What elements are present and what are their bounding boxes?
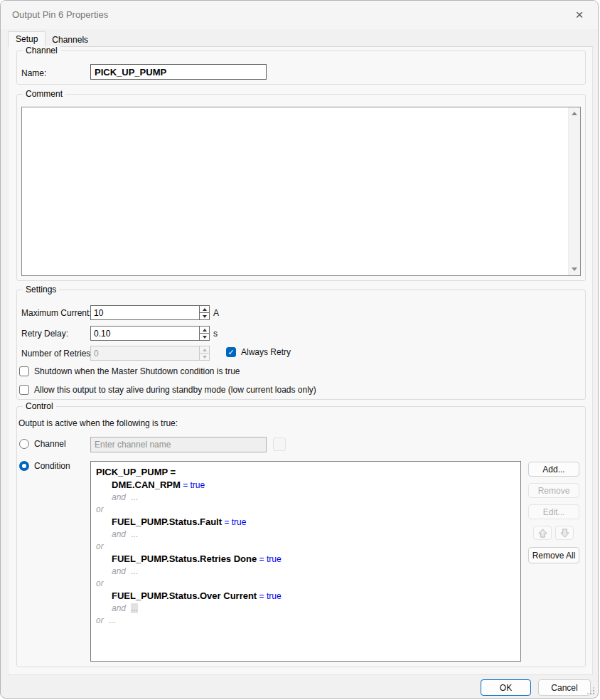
channel-radio-label: Channel [34, 439, 66, 449]
checkbox-icon [19, 385, 29, 395]
channel-name-input[interactable] [90, 64, 267, 80]
condition-row[interactable]: or [91, 541, 520, 553]
scroll-down-icon[interactable] [569, 263, 580, 275]
spin-up-icon[interactable] [200, 327, 209, 334]
condition-row[interactable]: and... [91, 492, 520, 504]
comment-textarea[interactable] [21, 107, 581, 276]
move-up-button[interactable] [533, 526, 552, 540]
settings-group: Settings Maximum Current:ARetry Delay:sN… [16, 290, 586, 400]
tab-setup[interactable]: Setup [8, 31, 45, 47]
condition-list[interactable]: PICK_UP_PUMP =DME.CAN_RPM = trueand...or… [90, 461, 521, 662]
close-button[interactable]: × [569, 5, 589, 23]
remove-button[interactable]: Remove [528, 483, 579, 498]
comment-group-label: Comment [23, 89, 65, 99]
settings-row: Number of Retries: [21, 346, 581, 361]
up-arrow-icon [537, 528, 548, 539]
control-group-label: Control [23, 401, 56, 411]
checkbox-label: Shutdown when the Master Shutdown condit… [34, 366, 240, 376]
radio-icon [19, 439, 29, 449]
condition-row[interactable]: and... [91, 603, 520, 615]
condition-row[interactable]: or [91, 578, 520, 590]
numeric-stepper[interactable] [90, 305, 210, 320]
condition-row[interactable]: PICK_UP_PUMP = [91, 466, 520, 479]
spin-down-icon[interactable] [200, 334, 209, 340]
condition-row[interactable]: and... [91, 529, 520, 541]
spin-down-icon[interactable] [200, 354, 209, 360]
numeric-input[interactable] [91, 346, 199, 360]
checkbox-icon [19, 366, 29, 376]
window-title: Output Pin 6 Properties [12, 9, 108, 20]
condition-row[interactable]: DME.CAN_RPM = true [91, 479, 520, 492]
channel-radio[interactable]: Channel [19, 439, 66, 449]
edit-button[interactable]: Edit... [528, 504, 579, 519]
condition-row[interactable]: FUEL_PUMP.Status.Over Current = true [91, 590, 520, 603]
condition-row[interactable]: FUEL_PUMP.Status.Fault = true [91, 516, 520, 529]
spin-up-icon[interactable] [200, 306, 209, 313]
move-down-button[interactable] [555, 526, 574, 540]
settings-row: Retry Delay:s [21, 326, 581, 341]
condition-row[interactable]: or [91, 504, 520, 516]
numeric-input[interactable] [91, 327, 199, 340]
output-pin-properties-dialog: Output Pin 6 Properties × Setup Channels… [0, 0, 599, 699]
field-label: Maximum Current: [21, 308, 92, 318]
checkbox-icon: ✓ [226, 347, 236, 357]
resize-grip[interactable] [586, 686, 594, 694]
channel-group-label: Channel [23, 46, 60, 55]
unit-label: s [213, 329, 218, 339]
numeric-stepper[interactable] [90, 346, 210, 361]
titlebar: Output Pin 6 Properties × [1, 1, 598, 29]
add-button[interactable]: Add... [528, 462, 579, 477]
condition-row[interactable]: and... [91, 566, 520, 578]
ok-button[interactable]: OK [481, 679, 531, 696]
radio-icon [19, 461, 29, 471]
condition-radio-label: Condition [34, 461, 70, 471]
channel-group: Channel Name: [16, 51, 586, 85]
cancel-button[interactable]: Cancel [538, 679, 591, 696]
condition-radio[interactable]: Condition [19, 461, 70, 471]
checkbox-label: Always Retry [241, 347, 291, 357]
spin-down-icon[interactable] [200, 313, 209, 319]
field-label: Number of Retries: [21, 349, 93, 359]
down-arrow-icon [559, 528, 570, 539]
name-label: Name: [21, 68, 46, 78]
numeric-stepper[interactable] [90, 326, 210, 341]
control-intro-text: Output is active when the following is t… [18, 418, 178, 428]
control-group: Control Output is active when the follow… [16, 406, 586, 667]
condition-row[interactable]: or... [91, 615, 520, 627]
always-retry-checkbox[interactable]: ✓Always Retry [226, 347, 291, 357]
field-label: Retry Delay: [21, 329, 68, 339]
settings-checkbox[interactable]: Allow this output to stay alive during s… [19, 385, 316, 395]
settings-row: Maximum Current:A [21, 305, 581, 320]
unit-label: A [213, 308, 219, 318]
checkbox-label: Allow this output to stay alive during s… [34, 385, 316, 395]
spin-up-icon[interactable] [200, 346, 209, 354]
scroll-up-icon[interactable] [569, 107, 580, 120]
close-icon: × [575, 8, 583, 21]
comment-group: Comment [16, 94, 586, 281]
channel-select-input[interactable] [90, 437, 267, 452]
settings-checkbox[interactable]: Shutdown when the Master Shutdown condit… [19, 366, 240, 376]
tab-strip: Setup Channels [8, 32, 589, 46]
condition-row[interactable]: FUEL_PUMP.Status.Retries Done = true [91, 553, 520, 566]
numeric-input[interactable] [91, 306, 199, 319]
settings-group-label: Settings [23, 285, 59, 295]
tab-channels[interactable]: Channels [45, 33, 95, 46]
remove-all-button[interactable]: Remove All [528, 547, 579, 563]
channel-browse-button[interactable] [273, 438, 286, 451]
comment-scrollbar[interactable] [568, 107, 580, 275]
